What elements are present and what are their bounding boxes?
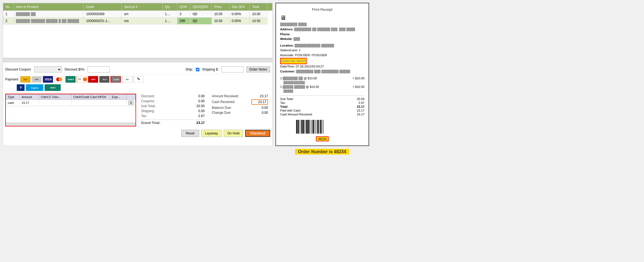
pmt-number — [72, 100, 110, 106]
balance-due-label: Balance Due: — [212, 106, 232, 110]
svg-rect-34 — [302, 120, 303, 134]
svg-rect-43 — [312, 120, 312, 134]
receipt-paid-value: 23.17 — [357, 109, 364, 112]
svg-rect-37 — [306, 120, 306, 134]
location-label: Location: — [280, 44, 294, 47]
svg-text:Credit: Credit — [113, 79, 119, 80]
svg-rect-33 — [301, 120, 302, 134]
payment-entry-table: Type Amount Chk/CC Own... Chk#/Credit Ca… — [5, 94, 136, 126]
item2-eq: = $10.50 — [353, 85, 364, 88]
col-qty: Qty — [163, 3, 177, 11]
shipping-value: 0.00 — [188, 109, 205, 113]
receipt-title: Print Receipt — [280, 7, 364, 12]
row-qoh: 299 — [177, 18, 190, 25]
change-due-row: Change Due: 0.00 — [212, 110, 268, 115]
payment-edit-icon[interactable]: ✎ — [133, 76, 144, 83]
svg-rect-41 — [310, 120, 310, 134]
receipt-tax-row: Tax: 2.67 — [280, 101, 364, 104]
svg-point-11 — [83, 77, 87, 81]
receipt-subtotal-value: 20.50 — [357, 97, 364, 101]
svg-rect-47 — [316, 120, 316, 134]
item1-at: @ $10.00 — [304, 77, 317, 80]
pmt-col-owner: Chk/CC Own... — [39, 94, 72, 100]
grand-total-label: Grand Total: — [141, 121, 160, 125]
col-code: Code — [84, 3, 122, 11]
row-serlot: n/a — [122, 18, 163, 25]
datetime-text: Date/Time: 07-26-2021/02:54:27 — [280, 64, 364, 69]
svg-rect-50 — [319, 120, 320, 134]
amount-received-label: Amount Received: — [212, 94, 239, 98]
phone-label: Phone: — [280, 33, 290, 36]
delete-payment-button[interactable]: X — [128, 101, 134, 105]
svg-rect-38 — [307, 120, 307, 134]
svg-rect-31 — [299, 120, 300, 134]
payment-gift-icon[interactable]: GIFT — [88, 76, 98, 83]
payment-grid-section: Type Amount Chk/CC Own... Chk#/Credit Ca… — [5, 93, 270, 128]
receipt-item-row: 1 ███████ ██ @ $10.00 = $10.00 — [280, 77, 364, 80]
row-code: 1000000369 — [84, 11, 122, 18]
payment-amex-icon[interactable]: AMEX — [65, 76, 76, 83]
payment-paypal-text-icon[interactable]: PayPal — [26, 84, 44, 91]
payment-mc-icon[interactable] — [54, 76, 64, 83]
pmt-col-action — [126, 94, 135, 100]
item1-sub: ███████████ — [283, 81, 364, 84]
ship-label: Ship: — [185, 67, 193, 71]
payment-check-icon[interactable]: CHK — [31, 76, 42, 83]
discount-row: Discount Coupon: Discount $/%: Ship: Shi… — [5, 65, 270, 74]
tax-label: Tax: — [141, 114, 147, 118]
payment-amex-paypal-icon[interactable]: AMEX — [44, 84, 61, 91]
receipt-total-label: Total: — [280, 105, 288, 108]
table-row[interactable]: 2 ██████ ██████ █████ █ ██ █████ 1000000… — [3, 18, 272, 25]
svg-rect-28 — [296, 120, 297, 134]
totals-section: Discount: 0.00 Coupons: 0.00 Sub Total: … — [139, 94, 207, 126]
on-hold-button[interactable]: On Hold — [224, 130, 243, 137]
horizontal-scrollbar[interactable] — [3, 58, 272, 63]
svg-rect-48 — [317, 120, 318, 134]
payment-po-icon[interactable]: PO — [122, 76, 132, 83]
payment-cash-icon[interactable]: $$$ — [20, 76, 31, 83]
station-text: Station/Lane: 1 — [280, 48, 364, 53]
receipt-info: Address: ████████ ██ ██████ ███, ███ ███… — [280, 27, 364, 74]
cash-received-label: Cash Received: — [212, 100, 235, 104]
svg-text:CHK: CHK — [35, 79, 39, 80]
payment-table-scrollbar[interactable] — [6, 123, 136, 126]
svg-text:Acct: Acct — [103, 79, 107, 80]
barcode-image — [295, 119, 350, 136]
payment-acct-icon[interactable]: Acct — [99, 76, 110, 83]
associate-text: Associate: POSUSER / POSUSER — [280, 53, 364, 58]
receipt-items: 1 ███████ ██ @ $10.00 = $10.00 █████████… — [280, 77, 364, 93]
order-number-footer-text: Order Number is 48234 — [295, 149, 349, 155]
discount-pct-label: Discount $/%: — [64, 67, 85, 71]
customer-label: Customer: — [280, 70, 295, 73]
row-total: 10.00 — [250, 11, 267, 18]
checkout-button[interactable]: Checkout — [245, 130, 270, 137]
table-row[interactable]: 1 ██████ ██ 1000000369 s/n 1.... 3 0|0 1… — [3, 11, 272, 18]
shipping-input[interactable] — [221, 66, 243, 72]
coupons-row: Coupons: 0.00 — [141, 99, 205, 104]
order-notes-button[interactable]: Order Notes — [246, 66, 270, 72]
item2-at: @ $10.50 — [306, 85, 319, 88]
svg-rect-39 — [308, 120, 308, 134]
payment-discover-icon[interactable]: DIS — [77, 76, 87, 83]
payment-visa-icon[interactable]: VISA — [43, 76, 53, 83]
row-no: 2 — [3, 18, 14, 25]
discount-coupon-select[interactable] — [34, 66, 62, 72]
shipping-label: Shipping $: — [202, 67, 219, 71]
payment-row[interactable]: cash 23.17 X — [6, 100, 136, 106]
payment-paypal-p-icon[interactable]: P — [17, 84, 25, 91]
pmt-delete[interactable]: X — [126, 100, 135, 106]
svg-text:AMEX: AMEX — [68, 78, 74, 81]
cash-received-input[interactable] — [251, 99, 268, 105]
receipt-tax-label: Tax: — [280, 101, 286, 104]
reset-button[interactable]: Reset — [181, 130, 199, 137]
pmt-expiry — [110, 100, 127, 106]
ship-checkbox[interactable] — [196, 68, 199, 71]
row-item: ██████ ██████ █████ █ ██ █████ — [13, 18, 84, 25]
layaway-button[interactable]: Layaway — [201, 130, 221, 137]
svg-rect-54 — [323, 120, 324, 134]
payment-credit-icon[interactable]: Credit — [110, 76, 121, 83]
discount-pct-input[interactable] — [88, 66, 110, 72]
row-code: 1000000251-1... — [84, 18, 122, 25]
receipt-cash-received-value: 23.17 — [357, 113, 364, 116]
receipt-logo-icon: 🖥 — [280, 14, 364, 21]
